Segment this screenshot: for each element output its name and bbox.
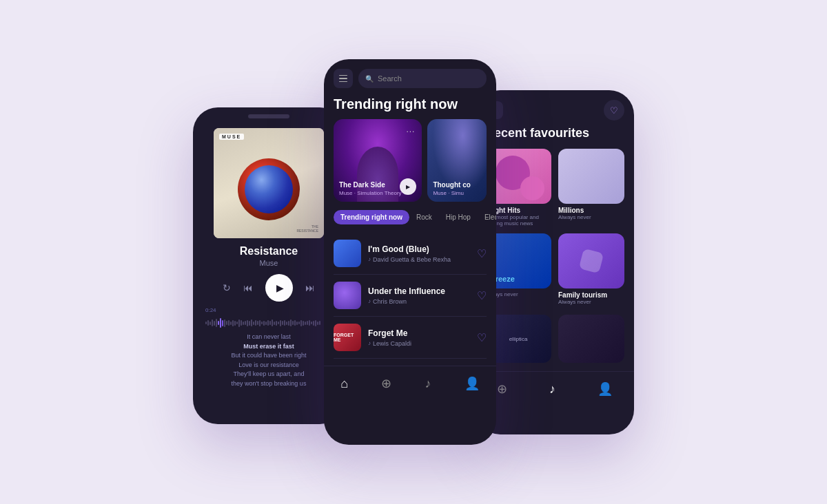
song-title: Forget Me <box>368 328 470 338</box>
now-playing-artist: Muse <box>193 259 345 267</box>
fav-sublabel: Always never <box>558 214 624 220</box>
song-artist-name: David Guetta & Bebe Rexha <box>373 256 451 263</box>
lyrics-line: Love is our resistance <box>203 361 335 370</box>
phone-center: 🔍 Search Trending right now ... The Dark… <box>324 59 496 445</box>
fav-art-millions <box>558 149 624 204</box>
phone-right: ‹ ♡ Recent favourites Bright Hits The mo… <box>476 90 634 434</box>
song-artist-name: Lewis Capaldi <box>373 340 411 347</box>
song-item[interactable]: FORGET ME Forget Me ♪ Lewis Capaldi ♡ <box>334 317 487 359</box>
favourites-grid: Bright Hits The most popular and strikin… <box>476 149 634 312</box>
favourite-button[interactable]: ♡ <box>477 331 487 344</box>
fav-label: Millions <box>558 207 624 214</box>
tab-trending[interactable]: Trending right now <box>334 210 409 224</box>
lyrics-line: It can never last <box>203 333 335 342</box>
song-info: Under the Influence ♪ Chris Brown <box>368 286 470 305</box>
now-playing-title: Resistance <box>193 245 345 258</box>
nav-profile-right[interactable]: 👤 <box>591 379 620 399</box>
waveform <box>205 317 332 328</box>
trending-title: Trending right now <box>324 94 496 119</box>
bottom-nav: ⌂ ⊕ ♪ 👤 <box>324 366 496 401</box>
lyrics-container: It can never last Must erase it fast But… <box>203 333 335 388</box>
secondary-card-info: Thought co Muse · Simu <box>433 181 481 196</box>
song-title: I'm Good (Blue) <box>368 244 470 254</box>
top-bar-right: ‹ ♡ <box>476 90 634 126</box>
song-list: I'm Good (Blue) ♪ David Guetta & Bebe Re… <box>324 233 496 359</box>
fav-art-label: elliptica <box>509 336 528 342</box>
nav-search[interactable]: ⊕ <box>374 373 398 394</box>
menu-line <box>339 81 347 83</box>
menu-line <box>339 75 347 76</box>
search-bar[interactable]: 🔍 Search <box>358 69 487 88</box>
song-artist: ♪ Lewis Capaldi <box>368 340 470 347</box>
tab-electro[interactable]: Electro <box>478 210 496 224</box>
tab-hiphop[interactable]: Hip Hop <box>439 210 478 224</box>
song-item[interactable]: I'm Good (Blue) ♪ David Guetta & Bebe Re… <box>334 233 487 275</box>
phone-notch <box>248 114 289 118</box>
lyrics-line-bright: Must erase it fast <box>203 342 335 352</box>
featured-card-secondary[interactable]: Thought co Muse · Simu <box>427 119 487 202</box>
playback-controls: ↻ ⏮ ⏭ <box>193 274 345 302</box>
featured-cards: ... The Dark Side Muse · Simulation Theo… <box>324 119 496 202</box>
band-label: MUSE <box>219 134 244 140</box>
fav-sublabel: Always never <box>558 299 624 305</box>
right-bottom-nav: ⊕ ♪ 👤 <box>476 371 634 403</box>
phones-container: MUSE THERESISTANCE Resistance Muse ↻ ⏮ ⏭… <box>0 0 827 504</box>
fav-art-dark2 <box>558 315 624 363</box>
tab-rock[interactable]: Rock <box>409 210 439 224</box>
song-thumb: FORGET ME <box>334 324 361 351</box>
favourite-button[interactable]: ♡ <box>477 289 487 302</box>
song-artist-name: Chris Brown <box>373 298 407 305</box>
secondary-song-sub: Muse · Simu <box>433 190 481 196</box>
song-info: Forget Me ♪ Lewis Capaldi <box>368 328 470 347</box>
card-more-dots[interactable]: ... <box>406 125 415 134</box>
fav-bottom-item-2[interactable] <box>558 315 624 366</box>
song-thumb <box>334 282 361 309</box>
fav-bottom-row: elliptica <box>476 315 634 366</box>
search-icon: 🔍 <box>365 75 374 83</box>
nav-home[interactable]: ⌂ <box>334 374 355 394</box>
fav-art-family-tourism <box>558 233 624 288</box>
fav-card-family-tourism[interactable]: Family tourism Always never <box>558 233 624 305</box>
fav-label: Family tourism <box>558 291 624 299</box>
nav-profile[interactable]: 👤 <box>458 373 487 394</box>
lyrics-line: They'll keep us apart, and <box>203 370 335 379</box>
song-title: Under the Influence <box>368 286 470 296</box>
menu-line <box>339 78 347 79</box>
top-bar: 🔍 Search <box>324 59 496 94</box>
heart-button[interactable]: ♡ <box>604 100 624 120</box>
song-thumb <box>334 240 361 267</box>
lyrics-line: they won't stop breaking us <box>203 379 335 389</box>
song-artist: ♪ David Guetta & Bebe Rexha <box>368 256 470 263</box>
prev-button[interactable]: ⏮ <box>243 282 253 293</box>
favourite-button[interactable]: ♡ <box>477 247 487 260</box>
phone-left: MUSE THERESISTANCE Resistance Muse ↻ ⏮ ⏭… <box>193 107 345 424</box>
progress-bar-container: 0:24 <box>205 307 332 328</box>
progress-time: 0:24 <box>205 307 332 313</box>
nav-music-right[interactable]: ♪ <box>542 379 562 399</box>
lyrics-line: But it could have been right <box>203 351 335 361</box>
album-art: MUSE THERESISTANCE <box>214 128 324 238</box>
album-label: THERESISTANCE <box>296 224 318 233</box>
song-artist: ♪ Chris Brown <box>368 298 470 305</box>
search-placeholder: Search <box>378 74 402 83</box>
featured-card-main[interactable]: ... The Dark Side Muse · Simulation Theo… <box>334 119 422 202</box>
note-icon: ♪ <box>368 298 371 304</box>
note-icon: ♪ <box>368 256 371 262</box>
menu-button[interactable] <box>334 69 353 88</box>
note-icon: ♪ <box>368 340 371 346</box>
nav-music[interactable]: ♪ <box>418 374 438 394</box>
secondary-song-title: Thought co <box>433 181 481 189</box>
song-item[interactable]: Under the Influence ♪ Chris Brown ♡ <box>334 275 487 317</box>
genre-tabs: Trending right now Rock Hip Hop Electro <box>324 210 496 224</box>
recent-favourites-title: Recent favourites <box>476 126 634 149</box>
logo-mark <box>579 249 604 274</box>
play-button[interactable] <box>265 274 293 302</box>
next-button[interactable]: ⏭ <box>305 282 315 293</box>
repeat-button[interactable]: ↻ <box>223 282 231 293</box>
fav-card-millions[interactable]: Millions Always never <box>558 149 624 227</box>
song-info: I'm Good (Blue) ♪ David Guetta & Bebe Re… <box>368 244 470 263</box>
